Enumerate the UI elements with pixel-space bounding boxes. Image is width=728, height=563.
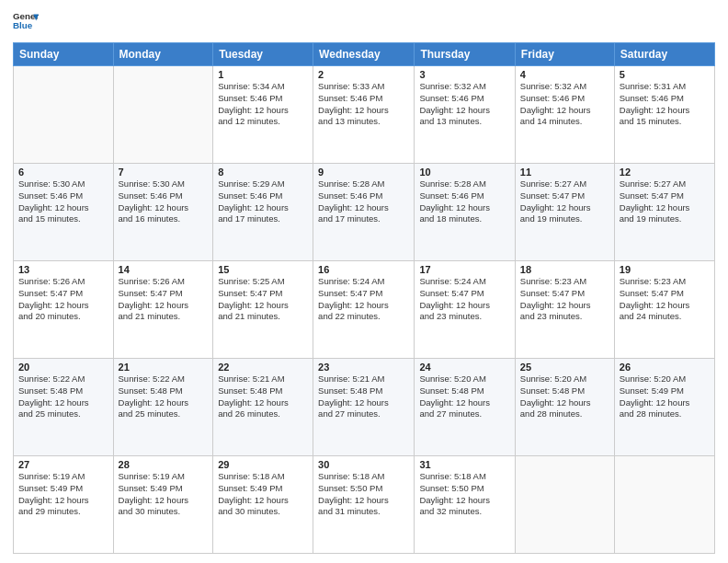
day-number: 26 [620, 362, 710, 373]
day-info: Sunrise: 5:33 AM Sunset: 5:46 PM Dayligh… [318, 81, 409, 128]
day-number: 21 [119, 362, 209, 373]
weekday-header-sunday: Sunday [14, 43, 114, 66]
day-info: Sunrise: 5:18 AM Sunset: 5:49 PM Dayligh… [218, 471, 308, 518]
calendar-cell: 29Sunrise: 5:18 AM Sunset: 5:49 PM Dayli… [213, 456, 313, 554]
calendar-cell: 3Sunrise: 5:32 AM Sunset: 5:46 PM Daylig… [415, 66, 515, 164]
calendar-cell: 7Sunrise: 5:30 AM Sunset: 5:46 PM Daylig… [113, 164, 213, 261]
calendar-cell: 31Sunrise: 5:18 AM Sunset: 5:50 PM Dayli… [415, 456, 515, 554]
day-info: Sunrise: 5:26 AM Sunset: 5:47 PM Dayligh… [18, 276, 108, 323]
day-info: Sunrise: 5:32 AM Sunset: 5:46 PM Dayligh… [419, 81, 509, 128]
calendar-cell: 15Sunrise: 5:25 AM Sunset: 5:47 PM Dayli… [213, 261, 313, 359]
day-number: 25 [520, 362, 609, 373]
day-number: 17 [419, 264, 509, 275]
day-number: 18 [520, 264, 609, 275]
weekday-header-friday: Friday [515, 43, 614, 66]
day-info: Sunrise: 5:32 AM Sunset: 5:46 PM Dayligh… [520, 81, 609, 128]
day-number: 2 [318, 69, 409, 80]
calendar-cell: 11Sunrise: 5:27 AM Sunset: 5:47 PM Dayli… [515, 164, 614, 261]
day-number: 1 [218, 69, 308, 80]
calendar-cell: 13Sunrise: 5:26 AM Sunset: 5:47 PM Dayli… [14, 261, 114, 359]
weekday-header-wednesday: Wednesday [313, 43, 415, 66]
calendar-cell: 10Sunrise: 5:28 AM Sunset: 5:46 PM Dayli… [415, 164, 515, 261]
logo-icon: General Blue [13, 9, 39, 35]
day-number: 13 [18, 264, 108, 275]
calendar-cell: 9Sunrise: 5:28 AM Sunset: 5:46 PM Daylig… [313, 164, 415, 261]
day-number: 4 [520, 69, 609, 80]
day-number: 6 [18, 167, 108, 178]
weekday-header-monday: Monday [113, 43, 213, 66]
svg-text:Blue: Blue [13, 20, 33, 30]
day-info: Sunrise: 5:21 AM Sunset: 5:48 PM Dayligh… [318, 373, 409, 420]
calendar-table: SundayMondayTuesdayWednesdayThursdayFrid… [13, 42, 715, 554]
day-number: 24 [419, 362, 509, 373]
calendar-cell: 4Sunrise: 5:32 AM Sunset: 5:46 PM Daylig… [515, 66, 614, 164]
logo: General Blue [13, 9, 39, 35]
day-number: 16 [318, 264, 409, 275]
calendar-cell: 8Sunrise: 5:29 AM Sunset: 5:46 PM Daylig… [213, 164, 313, 261]
day-info: Sunrise: 5:18 AM Sunset: 5:50 PM Dayligh… [318, 471, 409, 518]
day-info: Sunrise: 5:29 AM Sunset: 5:46 PM Dayligh… [218, 178, 308, 225]
day-number: 28 [119, 459, 209, 470]
calendar-cell: 5Sunrise: 5:31 AM Sunset: 5:46 PM Daylig… [614, 66, 714, 164]
day-info: Sunrise: 5:18 AM Sunset: 5:50 PM Dayligh… [419, 471, 509, 518]
day-number: 10 [419, 167, 509, 178]
day-number: 22 [218, 362, 308, 373]
calendar-cell: 24Sunrise: 5:20 AM Sunset: 5:48 PM Dayli… [415, 359, 515, 456]
weekday-header-saturday: Saturday [614, 43, 714, 66]
day-number: 9 [318, 167, 409, 178]
calendar-cell [14, 66, 114, 164]
calendar-cell: 22Sunrise: 5:21 AM Sunset: 5:48 PM Dayli… [213, 359, 313, 456]
calendar-cell: 18Sunrise: 5:23 AM Sunset: 5:47 PM Dayli… [515, 261, 614, 359]
day-number: 7 [119, 167, 209, 178]
day-info: Sunrise: 5:19 AM Sunset: 5:49 PM Dayligh… [119, 471, 209, 518]
weekday-header-tuesday: Tuesday [213, 43, 313, 66]
week-row-3: 13Sunrise: 5:26 AM Sunset: 5:47 PM Dayli… [14, 261, 715, 359]
calendar-cell: 25Sunrise: 5:20 AM Sunset: 5:48 PM Dayli… [515, 359, 614, 456]
day-info: Sunrise: 5:20 AM Sunset: 5:48 PM Dayligh… [419, 373, 509, 420]
day-number: 31 [419, 459, 509, 470]
day-number: 19 [620, 264, 710, 275]
week-row-4: 20Sunrise: 5:22 AM Sunset: 5:48 PM Dayli… [14, 359, 715, 456]
calendar-cell: 20Sunrise: 5:22 AM Sunset: 5:48 PM Dayli… [14, 359, 114, 456]
calendar-cell: 26Sunrise: 5:20 AM Sunset: 5:49 PM Dayli… [614, 359, 714, 456]
day-info: Sunrise: 5:22 AM Sunset: 5:48 PM Dayligh… [18, 373, 108, 420]
day-number: 14 [119, 264, 209, 275]
header: General Blue [13, 9, 715, 35]
day-number: 30 [318, 459, 409, 470]
day-number: 23 [318, 362, 409, 373]
day-info: Sunrise: 5:22 AM Sunset: 5:48 PM Dayligh… [119, 373, 209, 420]
weekday-header-row: SundayMondayTuesdayWednesdayThursdayFrid… [14, 43, 715, 66]
day-info: Sunrise: 5:30 AM Sunset: 5:46 PM Dayligh… [119, 178, 209, 225]
calendar-cell: 2Sunrise: 5:33 AM Sunset: 5:46 PM Daylig… [313, 66, 415, 164]
day-number: 11 [520, 167, 609, 178]
page: General Blue SundayMondayTuesdayWednesda… [0, 0, 728, 563]
calendar-cell: 19Sunrise: 5:23 AM Sunset: 5:47 PM Dayli… [614, 261, 714, 359]
weekday-header-thursday: Thursday [415, 43, 515, 66]
day-info: Sunrise: 5:19 AM Sunset: 5:49 PM Dayligh… [18, 471, 108, 518]
day-info: Sunrise: 5:34 AM Sunset: 5:46 PM Dayligh… [218, 81, 308, 128]
calendar-cell [515, 456, 614, 554]
day-info: Sunrise: 5:23 AM Sunset: 5:47 PM Dayligh… [620, 276, 710, 323]
calendar-cell: 23Sunrise: 5:21 AM Sunset: 5:48 PM Dayli… [313, 359, 415, 456]
day-number: 15 [218, 264, 308, 275]
week-row-5: 27Sunrise: 5:19 AM Sunset: 5:49 PM Dayli… [14, 456, 715, 554]
day-info: Sunrise: 5:27 AM Sunset: 5:47 PM Dayligh… [520, 178, 609, 225]
day-info: Sunrise: 5:31 AM Sunset: 5:46 PM Dayligh… [620, 81, 710, 128]
day-info: Sunrise: 5:20 AM Sunset: 5:49 PM Dayligh… [620, 373, 710, 420]
day-info: Sunrise: 5:24 AM Sunset: 5:47 PM Dayligh… [318, 276, 409, 323]
day-number: 3 [419, 69, 509, 80]
day-info: Sunrise: 5:30 AM Sunset: 5:46 PM Dayligh… [18, 178, 108, 225]
day-info: Sunrise: 5:26 AM Sunset: 5:47 PM Dayligh… [119, 276, 209, 323]
week-row-2: 6Sunrise: 5:30 AM Sunset: 5:46 PM Daylig… [14, 164, 715, 261]
day-info: Sunrise: 5:21 AM Sunset: 5:48 PM Dayligh… [218, 373, 308, 420]
calendar-cell [614, 456, 714, 554]
calendar-cell [113, 66, 213, 164]
day-info: Sunrise: 5:27 AM Sunset: 5:47 PM Dayligh… [620, 178, 710, 225]
day-number: 8 [218, 167, 308, 178]
day-info: Sunrise: 5:28 AM Sunset: 5:46 PM Dayligh… [419, 178, 509, 225]
calendar-cell: 27Sunrise: 5:19 AM Sunset: 5:49 PM Dayli… [14, 456, 114, 554]
calendar-cell: 21Sunrise: 5:22 AM Sunset: 5:48 PM Dayli… [113, 359, 213, 456]
day-info: Sunrise: 5:24 AM Sunset: 5:47 PM Dayligh… [419, 276, 509, 323]
day-info: Sunrise: 5:28 AM Sunset: 5:46 PM Dayligh… [318, 178, 409, 225]
day-number: 29 [218, 459, 308, 470]
